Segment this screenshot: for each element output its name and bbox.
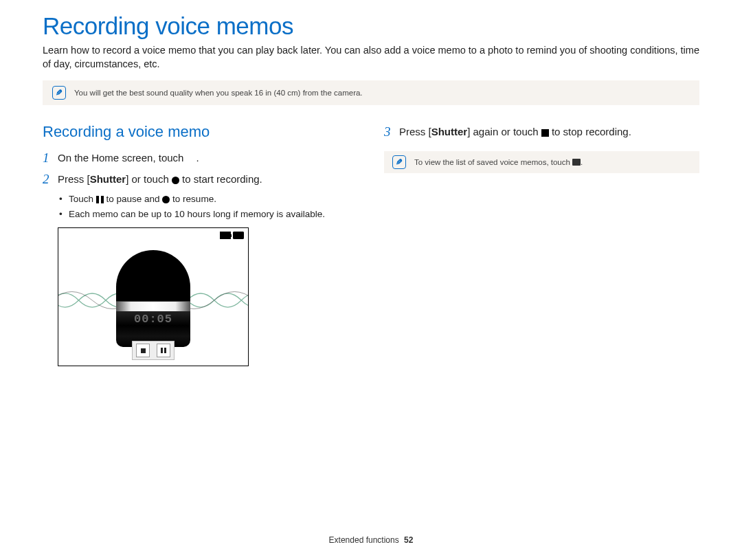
- intro-text: Learn how to record a voice memo that yo…: [43, 44, 699, 71]
- step-number: 3: [384, 124, 399, 140]
- footer-section: Extended functions: [329, 535, 399, 545]
- bullet-b: Each memo can be up to 10 hours long if …: [58, 208, 358, 221]
- step2-bullets: Touch to pause and to resume. Each memo …: [58, 193, 358, 221]
- bullet-a-mid: to pause and: [104, 194, 163, 204]
- step2-post: to start recording.: [179, 173, 262, 185]
- step-number: 1: [43, 150, 58, 166]
- step-2: 2 Press [Shutter] or touch to start reco…: [43, 172, 358, 188]
- bullet-a-pre: Touch: [69, 194, 96, 204]
- page-footer: Extended functions 52: [0, 535, 742, 545]
- step-1: 1 On the Home screen, touch .: [43, 150, 358, 166]
- stop-button[interactable]: [136, 344, 150, 357]
- step2-pre: Press [: [58, 173, 90, 185]
- memo-list-icon: [572, 159, 581, 166]
- footer-page-number: 52: [404, 535, 413, 545]
- note-icon: [392, 155, 406, 169]
- bullet-a: Touch to pause and to resume.: [58, 193, 358, 205]
- note-text: To view the list of saved voice memos, t…: [414, 158, 583, 166]
- pause-icon: [96, 196, 104, 203]
- right-column: 3 Press [Shutter] again or touch to stop…: [384, 123, 699, 366]
- step-3: 3 Press [Shutter] again or touch to stop…: [384, 124, 699, 140]
- step3-pre: Press [: [399, 126, 431, 137]
- note2-post: .: [581, 158, 583, 166]
- battery-icon: [233, 232, 244, 239]
- page-title: Recording voice memos: [43, 12, 699, 40]
- bullet-a-post: to resume.: [170, 194, 216, 204]
- step-number: 2: [43, 172, 58, 188]
- step1-pre: On the Home screen, touch: [58, 152, 187, 164]
- step-text: On the Home screen, touch .: [58, 150, 199, 165]
- step3-mid: ] again or touch: [467, 126, 541, 137]
- note-icon: [52, 86, 66, 100]
- pause-button[interactable]: [157, 344, 170, 357]
- note2-pre: To view the list of saved voice memos, t…: [414, 158, 572, 166]
- stop-icon: [541, 129, 549, 137]
- microphone-graphic: 00:05: [116, 250, 190, 347]
- playback-controls: [132, 341, 175, 360]
- shutter-label: Shutter: [90, 173, 126, 185]
- resume-icon: [162, 196, 170, 203]
- step-text: Press [Shutter] again or touch to stop r…: [399, 124, 631, 139]
- mic-timer: 00:05: [116, 313, 190, 326]
- note-text: You will get the best sound quality when…: [74, 89, 363, 97]
- mic-band: [116, 301, 190, 311]
- shutter-label: Shutter: [431, 126, 468, 137]
- status-bar: [220, 232, 244, 239]
- step1-post: .: [196, 152, 199, 164]
- note-box-top: You will get the best sound quality when…: [43, 80, 699, 105]
- step2-mid: ] or touch: [126, 173, 172, 185]
- step3-post: to stop recording.: [549, 126, 631, 137]
- section-title: Recording a voice memo: [43, 123, 358, 141]
- mic-head: [116, 250, 190, 301]
- step-text: Press [Shutter] or touch to start record…: [58, 172, 262, 186]
- note-box-bottom: To view the list of saved voice memos, t…: [384, 151, 699, 173]
- record-icon: [172, 177, 179, 184]
- screenshot-illustration: 00:05: [58, 227, 249, 366]
- left-column: Recording a voice memo 1 On the Home scr…: [43, 123, 358, 366]
- storage-icon: [220, 232, 231, 239]
